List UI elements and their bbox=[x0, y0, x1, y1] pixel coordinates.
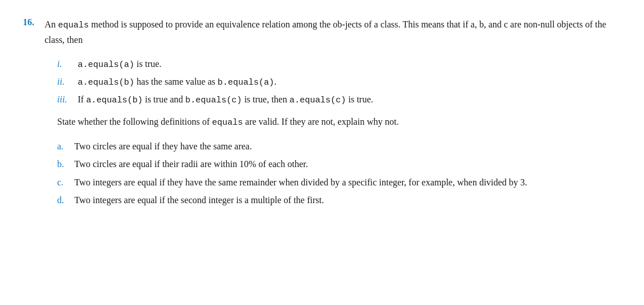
code-a-equals-c: a.equals(c) bbox=[289, 96, 346, 105]
alpha-label-d: d. bbox=[57, 193, 74, 208]
alpha-content-d: Two integers are equal if the second int… bbox=[74, 193, 621, 208]
roman-item-i: i. a.equals(a) is true. bbox=[57, 57, 621, 72]
question-number: 16. bbox=[23, 17, 45, 27]
roman-label-i: i. bbox=[57, 57, 78, 72]
roman-content-i: a.equals(a) is true. bbox=[78, 57, 621, 72]
alpha-item-a: a. Two circles are equal if they have th… bbox=[57, 139, 621, 154]
code-a-equals-b: a.equals(b) bbox=[78, 78, 134, 88]
equals-code-state: equals bbox=[212, 118, 243, 128]
roman-label-ii: ii. bbox=[57, 74, 78, 89]
question-intro: An equals method is supposed to provide … bbox=[45, 17, 621, 47]
roman-item-iii: iii. If a.equals(b) is true and b.equals… bbox=[57, 92, 621, 108]
code-a-equals-b-iii: a.equals(b) bbox=[86, 96, 143, 105]
roman-label-iii: iii. bbox=[57, 92, 78, 107]
alpha-content-c: Two integers are equal if they have the … bbox=[74, 175, 621, 190]
state-block: State whether the following definitions … bbox=[57, 114, 621, 130]
code-a-equals-a: a.equals(a) bbox=[78, 60, 134, 70]
alpha-content-b: Two circles are equal if their radii are… bbox=[74, 157, 621, 172]
alpha-item-b: b. Two circles are equal if their radii … bbox=[57, 157, 621, 172]
alpha-label-a: a. bbox=[57, 139, 74, 154]
code-b-equals-a: b.equals(a) bbox=[218, 78, 274, 88]
question-block: 16. An equals method is supposed to prov… bbox=[23, 17, 621, 208]
code-b-equals-c: b.equals(c) bbox=[185, 96, 242, 105]
roman-content-ii: a.equals(b) has the same value as b.equa… bbox=[78, 74, 621, 90]
alpha-item-c: c. Two integers are equal if they have t… bbox=[57, 175, 621, 190]
equals-code-intro: equals bbox=[58, 21, 89, 30]
alpha-label-c: c. bbox=[57, 175, 74, 190]
alpha-label-b: b. bbox=[57, 157, 74, 172]
alpha-item-d: d. Two integers are equal if the second … bbox=[57, 193, 621, 208]
roman-content-iii: If a.equals(b) is true and b.equals(c) i… bbox=[78, 92, 621, 108]
question-header: 16. An equals method is supposed to prov… bbox=[23, 17, 621, 47]
roman-item-ii: ii. a.equals(b) has the same value as b.… bbox=[57, 74, 621, 90]
alpha-content-a: Two circles are equal if they have the s… bbox=[74, 139, 621, 154]
roman-items: i. a.equals(a) is true. ii. a.equals(b) … bbox=[57, 57, 621, 108]
alpha-items: a. Two circles are equal if they have th… bbox=[57, 139, 621, 208]
